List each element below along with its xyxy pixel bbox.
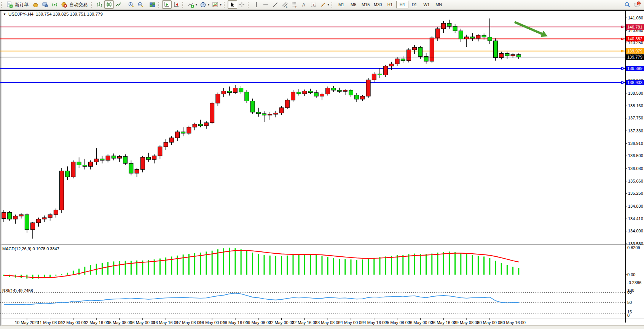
crosshair-icon [239,2,245,8]
tile-windows-icon [149,2,156,8]
time-axis-label: 30 May 00:00 [477,320,502,325]
templates-dropdown-caret[interactable]: ▼ [219,3,222,6]
channel-button[interactable]: E [280,0,290,9]
time-axis-label: 16 May 16:00 [153,320,179,325]
symbol-menu-caret[interactable]: ▼ [3,13,6,16]
cursor-arrow-icon [229,2,236,8]
line-chart-icon [115,2,122,8]
zoom-in-button[interactable] [126,0,136,9]
horizontal-line-icon [263,2,269,8]
indicators-dropdown-caret[interactable]: ▼ [195,3,198,6]
periods-dropdown-caret[interactable]: ▼ [207,3,210,6]
fibonacci-icon: F [291,2,298,8]
price-line-badge: 138.933 [626,80,644,85]
signals-button[interactable] [50,0,59,9]
auto-scroll-button[interactable] [162,0,172,9]
timeframe-m1[interactable]: M1 [335,1,348,8]
cursor-button[interactable] [228,0,237,9]
terminal-button[interactable] [40,0,50,9]
price-tick-label: 137.750 [628,116,643,120]
new-order-label[interactable]: 新订单 [15,2,29,8]
time-axis-label: 18 May 16:00 [223,320,248,325]
price-tick-label: 138.580 [628,91,643,95]
auto-trading-button[interactable] [59,0,69,9]
main-toolbar: 新订单 自动交易 [0,0,644,10]
time-axis-label: 26 May 00:00 [408,320,433,325]
macd-indicator-label: MACD(12,26,9) 0.1978 0.3847 [2,246,59,251]
trendline-icon [272,2,279,8]
auto-trading-label[interactable]: 自动交易 [69,2,88,8]
time-axis-label: 26 May 16:00 [431,320,456,325]
bar-chart-icon [96,2,103,8]
toolbar-grip[interactable] [332,2,334,8]
macd-axis-label: -0.2386 [627,280,641,285]
timeframe-mn[interactable]: MN [433,1,445,8]
indicators-icon [188,2,194,8]
timeframe-m30[interactable]: M30 [372,1,384,8]
vertical-line-button[interactable] [252,0,261,9]
tile-windows-button[interactable] [148,0,157,9]
timeframe-h4[interactable]: H4 [396,1,408,8]
search-button[interactable] [623,0,632,9]
timeframe-m15[interactable]: M15 [360,1,372,8]
template-icon [212,2,218,8]
templates-button[interactable] [210,0,220,9]
price-line-badge: 140.382 [626,36,644,41]
candlestick-chart-icon [106,2,112,8]
toolbar-grip[interactable] [248,2,250,8]
time-axis-label: 17 May 08:00 [176,320,202,325]
candlestick-chart-button[interactable] [104,0,114,9]
svg-text:A: A [302,2,305,8]
toolbar-grip[interactable] [224,2,226,8]
rsi-axis-label: 80 [627,290,632,294]
auto-scroll-icon [164,2,170,8]
fibonacci-button[interactable]: F [290,0,299,9]
price-tick-label: 134.410 [628,216,643,221]
toolbar-grip[interactable] [158,2,161,8]
deposit-button[interactable] [31,0,40,9]
rsi-indicator-label: RSI(14) 49.7458 [2,288,33,293]
bar-chart-button[interactable] [95,0,104,9]
trade-terminal-icon [42,2,48,8]
text-label-button[interactable]: T [309,0,318,9]
price-tick-label: 134.000 [628,229,643,233]
arrows-dropdown-caret[interactable]: ▼ [327,3,330,6]
chart-canvas[interactable] [0,0,644,329]
price-tick-label: 136.080 [628,166,643,171]
time-axis-label: 15 May 08:00 [107,320,132,325]
crosshair-button[interactable] [237,0,247,9]
price-tick-label: 135.660 [628,179,643,183]
periods-button[interactable] [198,0,208,9]
notifications-button[interactable]: 1 [632,0,642,9]
zoom-out-button[interactable] [136,0,145,9]
time-axis-label: 29 May 08:00 [454,320,480,325]
auto-trading-icon [61,2,67,8]
text-button[interactable]: A [299,0,309,9]
chat-bubble-icon: 1 [634,2,641,8]
toolbar-grip[interactable] [91,2,93,8]
time-axis-label: 10 May 2023 [15,320,39,325]
indicators-button[interactable] [186,0,196,9]
price-line-badge: 139.399 [626,66,644,71]
timeframe-w1[interactable]: W1 [421,1,433,8]
line-chart-button[interactable] [114,0,123,9]
timeframe-m5[interactable]: M5 [348,1,360,8]
search-icon [624,2,631,8]
svg-text:F: F [295,6,297,8]
time-axis-label: 12 May 16:00 [84,320,109,325]
time-axis-label: 16 May 00:00 [130,320,155,325]
trendline-button[interactable] [271,0,280,9]
time-axis-label: 12 May 00:00 [61,320,86,325]
new-order-button[interactable] [5,0,14,9]
new-order-icon [6,2,13,8]
timeframe-h1[interactable]: H1 [384,1,396,8]
chart-shift-button[interactable] [172,0,181,9]
time-axis-label: 19 May 08:00 [245,320,271,325]
arrows-button[interactable] [318,0,328,9]
toolbar-grip[interactable] [182,2,185,8]
timeframe-d1[interactable]: D1 [408,1,421,8]
horizontal-line-button[interactable] [261,0,271,9]
toolbar-grip[interactable] [1,2,3,8]
chart-title-bar: ▼ USDJPY-,H4 139.754 139.825 139.751 139… [3,12,103,16]
arrow-objects-icon [320,2,326,8]
